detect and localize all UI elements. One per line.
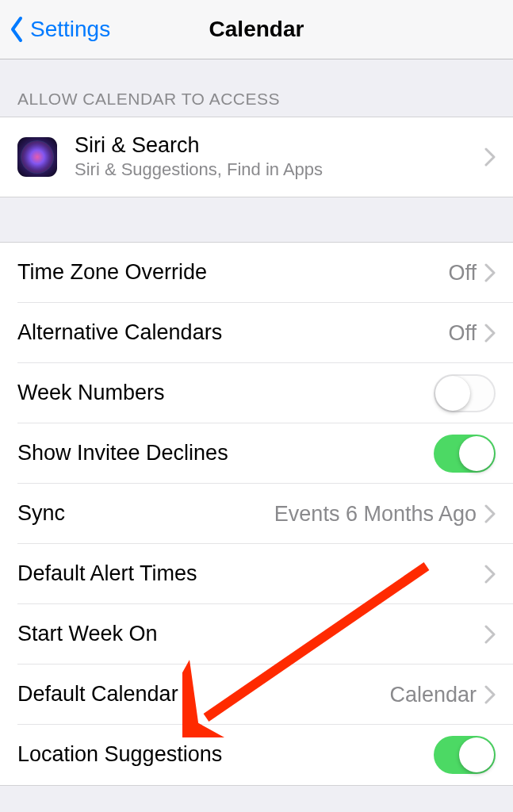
alternative-calendars-label: Alternative Calendars bbox=[17, 320, 448, 345]
section-header-allow-access: ALLOW CALENDAR TO ACCESS bbox=[0, 59, 513, 117]
time-zone-override-cell[interactable]: Time Zone Override Off bbox=[0, 243, 513, 303]
chevron-right-icon bbox=[484, 324, 496, 343]
chevron-right-icon bbox=[484, 565, 496, 584]
chevron-right-icon bbox=[484, 263, 496, 282]
show-invitee-declines-cell: Show Invitee Declines bbox=[0, 423, 513, 484]
default-calendar-value: Calendar bbox=[389, 683, 477, 707]
section-spacer bbox=[0, 197, 513, 242]
calendar-settings-group: Time Zone Override Off Alternative Calen… bbox=[0, 242, 513, 786]
start-week-on-label: Start Week On bbox=[17, 622, 484, 646]
location-suggestions-cell: Location Suggestions bbox=[0, 725, 513, 785]
show-invitee-declines-label: Show Invitee Declines bbox=[17, 441, 434, 465]
siri-subtitle: Siri & Suggestions, Find in Apps bbox=[75, 159, 484, 180]
chevron-right-icon bbox=[484, 685, 496, 704]
sync-cell[interactable]: Sync Events 6 Months Ago bbox=[0, 484, 513, 544]
back-button[interactable]: Settings bbox=[10, 16, 110, 43]
week-numbers-label: Week Numbers bbox=[17, 381, 434, 405]
navbar: Settings Calendar bbox=[0, 0, 513, 59]
siri-group: Siri & Search Siri & Suggestions, Find i… bbox=[0, 117, 513, 197]
chevron-right-icon bbox=[484, 504, 496, 523]
alternative-calendars-cell[interactable]: Alternative Calendars Off bbox=[0, 303, 513, 363]
default-alert-times-cell[interactable]: Default Alert Times bbox=[0, 544, 513, 604]
sync-label: Sync bbox=[17, 501, 274, 526]
time-zone-override-label: Time Zone Override bbox=[17, 260, 448, 285]
siri-icon bbox=[17, 137, 57, 177]
location-suggestions-toggle[interactable] bbox=[434, 736, 496, 774]
page-title: Calendar bbox=[209, 17, 304, 42]
back-label: Settings bbox=[30, 17, 110, 42]
siri-title: Siri & Search bbox=[75, 133, 484, 158]
chevron-right-icon bbox=[484, 625, 496, 644]
default-calendar-label: Default Calendar bbox=[17, 682, 389, 707]
alternative-calendars-value: Off bbox=[448, 321, 477, 346]
default-calendar-cell[interactable]: Default Calendar Calendar bbox=[0, 665, 513, 725]
chevron-right-icon bbox=[484, 147, 496, 167]
start-week-on-cell[interactable]: Start Week On bbox=[0, 604, 513, 665]
default-alert-times-label: Default Alert Times bbox=[17, 561, 484, 586]
week-numbers-cell: Week Numbers bbox=[0, 363, 513, 423]
show-invitee-declines-toggle[interactable] bbox=[434, 435, 496, 473]
siri-search-cell[interactable]: Siri & Search Siri & Suggestions, Find i… bbox=[0, 117, 513, 197]
week-numbers-toggle[interactable] bbox=[434, 374, 496, 412]
siri-text: Siri & Search Siri & Suggestions, Find i… bbox=[75, 133, 484, 180]
location-suggestions-label: Location Suggestions bbox=[17, 742, 434, 767]
chevron-left-icon bbox=[10, 16, 25, 43]
sync-value: Events 6 Months Ago bbox=[274, 502, 477, 527]
time-zone-override-value: Off bbox=[448, 261, 477, 285]
